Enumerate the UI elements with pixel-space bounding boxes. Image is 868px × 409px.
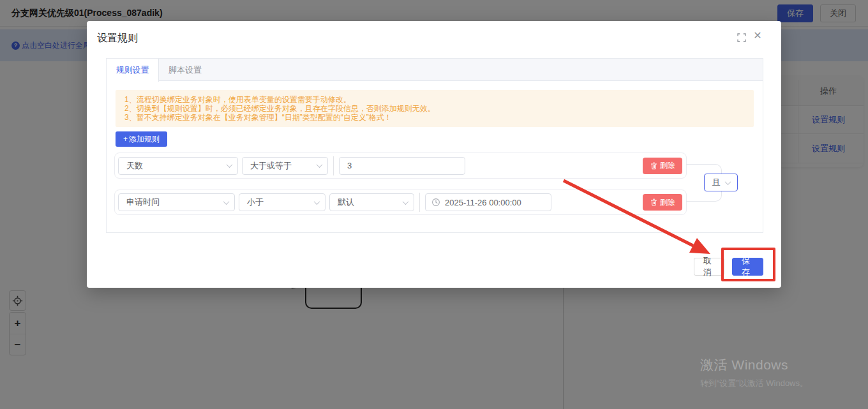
warning-line: 3、暂不支持绑定业务对象在【业务对象管理】“日期”类型配置的“自定义”格式！ — [124, 113, 745, 122]
value-type-select[interactable]: 默认 — [329, 193, 414, 211]
field-select[interactable]: 申请时间 — [118, 193, 235, 211]
trash-icon — [650, 198, 657, 206]
delete-label: 删除 — [660, 197, 675, 208]
fullscreen-icon[interactable] — [737, 33, 746, 42]
value-input[interactable] — [339, 157, 465, 175]
close-icon[interactable]: ✕ — [752, 29, 763, 41]
field-select[interactable]: 天数 — [118, 157, 238, 175]
delete-rule-button[interactable]: 删除 — [643, 194, 682, 211]
tab-bar: 规则设置 脚本设置 — [107, 59, 763, 81]
rule-tab-container: 规则设置 脚本设置 1、流程切换绑定业务对象时，使用表单变量的设置需要手动修改。… — [106, 58, 763, 233]
delete-rule-button[interactable]: 删除 — [643, 158, 682, 174]
chevron-down-icon — [223, 198, 230, 205]
rule-row-2: 申请时间 小于 默认 2025-11-26 00:0 — [114, 190, 687, 215]
dialog-title: 设置规则 — [97, 32, 138, 45]
operator-select[interactable]: 大于或等于 — [242, 157, 328, 175]
field-divider — [419, 193, 420, 212]
logic-operator-select[interactable]: 且 — [704, 174, 738, 191]
chevron-down-icon — [314, 198, 320, 205]
tab-script-settings[interactable]: 脚本设置 — [159, 59, 211, 81]
field-select-value: 天数 — [126, 160, 143, 172]
rule-row-1: 天数 大于或等于 删除 — [114, 152, 687, 179]
add-rule-label: 添加规则 — [129, 134, 160, 145]
chevron-down-icon — [724, 179, 731, 185]
datetime-value: 2025-11-26 00:00:00 — [445, 198, 521, 207]
warning-box: 1、流程切换绑定业务对象时，使用表单变量的设置需要手动修改。 2、切换到【规则设… — [116, 90, 754, 127]
operator-select-value: 大于或等于 — [250, 160, 292, 172]
save-button[interactable]: 保存 — [732, 258, 763, 276]
operator-select[interactable]: 小于 — [239, 193, 326, 211]
set-rule-dialog: 设置规则 ✕ 规则设置 脚本设置 1、流程切换绑定业务对象时，使用表单变量的设置… — [87, 21, 781, 288]
delete-label: 删除 — [660, 160, 675, 171]
logic-operator-value: 且 — [712, 177, 721, 188]
field-divider — [333, 156, 334, 175]
tab-rule-settings[interactable]: 规则设置 — [107, 59, 159, 82]
cancel-button[interactable]: 取消 — [694, 258, 724, 276]
chevron-down-icon — [227, 161, 233, 168]
warning-line: 1、流程切换绑定业务对象时，使用表单变量的设置需要手动修改。 — [124, 95, 745, 104]
trash-icon — [650, 162, 657, 170]
value-type-select-value: 默认 — [338, 197, 354, 208]
field-select-value: 申请时间 — [126, 197, 160, 208]
warning-line: 2、切换到【规则设置】时，必须已经绑定业务对象，且存在字段信息，否则添加规则无效… — [124, 104, 745, 113]
rule-settings-panel: 1、流程切换绑定业务对象时，使用表单变量的设置需要手动修改。 2、切换到【规则设… — [107, 81, 763, 224]
add-rule-button[interactable]: + 添加规则 — [116, 131, 167, 147]
datetime-picker[interactable]: 2025-11-26 00:00:00 — [425, 193, 551, 211]
chevron-down-icon — [317, 161, 323, 168]
operator-select-value: 小于 — [247, 197, 264, 208]
plus-icon: + — [123, 135, 128, 144]
chevron-down-icon — [403, 198, 409, 205]
clock-icon — [431, 198, 440, 207]
